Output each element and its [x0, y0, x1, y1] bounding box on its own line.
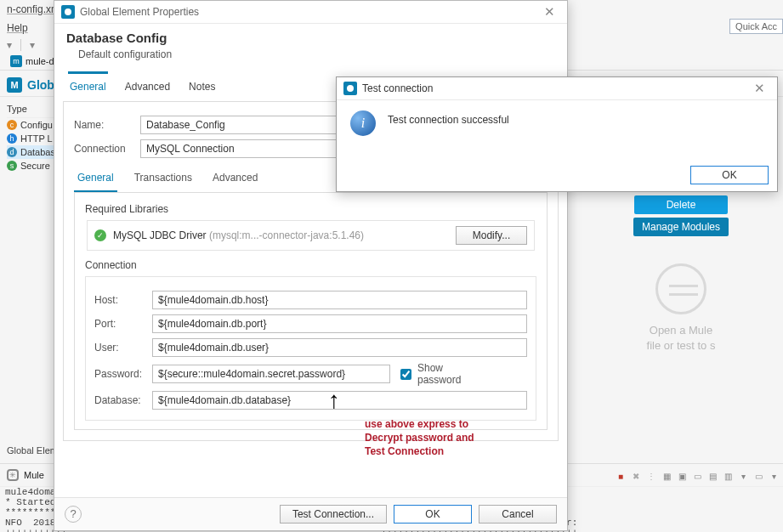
mule-flow-icon: ✳ [7, 469, 19, 481]
port-input[interactable] [152, 314, 527, 333]
lib-name: MySQL JDBC Driver [113, 229, 207, 241]
config-subtitle: Default configuration [78, 48, 555, 60]
svg-point-3 [347, 85, 354, 92]
help-icon[interactable]: ? [65, 506, 82, 523]
annotation-arrow: ↑ [328, 387, 340, 414]
database-label: Database: [94, 394, 152, 406]
manage-modules-button[interactable]: Manage Modules [633, 218, 729, 236]
host-input[interactable] [152, 291, 527, 309]
close-icon[interactable]: ✕ [749, 81, 770, 96]
required-libs-title: Required Libraries [85, 203, 536, 215]
port-label: Port: [94, 318, 152, 330]
info-icon: i [350, 110, 376, 136]
placeholder-icon [655, 263, 706, 314]
console-icon[interactable]: ▣ [676, 471, 688, 483]
mule-icon: M [7, 77, 22, 93]
connection-group-title: Connection [85, 259, 536, 271]
http-icon: h [7, 133, 17, 144]
console-icon[interactable]: ▭ [691, 471, 703, 483]
lib-detail: (mysql:m...-connector-java:5.1.46) [209, 229, 364, 241]
svg-point-2 [65, 8, 71, 15]
delete-button[interactable]: Delete [634, 195, 728, 214]
app-icon [61, 5, 75, 19]
library-row: ✓ MySQL JDBC Driver (mysql:m...-connecto… [87, 220, 535, 251]
mule-icon: m [10, 55, 22, 67]
menu-help[interactable]: Help [7, 22, 28, 34]
test-ok-button[interactable]: OK [690, 166, 769, 184]
console-icon[interactable]: ▥ [722, 471, 734, 483]
test-connection-dialog: Test connection ✕ i Test connection succ… [336, 76, 778, 192]
quick-access-box[interactable]: Quick Acc [729, 19, 783, 34]
test-connection-button[interactable]: Test Connection... [280, 505, 387, 524]
stop-icon[interactable]: ■ [615, 471, 627, 483]
hint-text: Open a Mule file or test to s [579, 323, 783, 354]
tab-general[interactable]: General [68, 71, 108, 101]
console-icon[interactable]: ▤ [706, 471, 718, 483]
config-title: Database Config [66, 31, 555, 45]
host-label: Host: [94, 294, 152, 306]
app-icon [343, 82, 357, 95]
toolbar-icon[interactable]: ▾ [30, 39, 35, 51]
cancel-button[interactable]: Cancel [479, 505, 557, 524]
check-icon: ✓ [94, 229, 106, 241]
tab-notes[interactable]: Notes [187, 74, 217, 101]
db-icon: d [7, 147, 17, 157]
toolbar-icon[interactable]: ▾ [7, 39, 12, 51]
dialog-title: Global Element Properties [80, 6, 539, 18]
console-icon[interactable]: ▦ [661, 471, 672, 483]
name-label: Name: [74, 119, 140, 131]
subtab-advanced[interactable]: Advanced [209, 165, 261, 192]
subtab-general[interactable]: General [74, 165, 117, 192]
close-icon[interactable]: ✕ [539, 4, 560, 20]
ok-button[interactable]: OK [394, 505, 472, 524]
password-label: Password: [94, 368, 152, 380]
user-input[interactable] [152, 338, 527, 357]
config-icon: c [7, 120, 17, 130]
password-input[interactable] [152, 365, 390, 383]
console-icon[interactable]: ▭ [752, 471, 764, 483]
annotation-text: use above express to Decrypt password an… [365, 417, 474, 459]
connection-label: Connection [74, 143, 140, 155]
modify-button[interactable]: Modify... [456, 226, 527, 245]
toggle-icon[interactable]: ⋮ [645, 471, 657, 483]
clear-icon[interactable]: ✖ [630, 471, 642, 483]
test-message: Test connection successful [388, 114, 509, 126]
tab-advanced[interactable]: Advanced [123, 74, 172, 101]
console-icon[interactable]: ▾ [737, 471, 749, 483]
status-text: Mule [24, 470, 44, 480]
test-dialog-title: Test connection [362, 82, 749, 94]
subtab-transactions[interactable]: Transactions [131, 165, 196, 192]
show-password-checkbox[interactable]: Show password [397, 362, 455, 386]
secure-icon: s [7, 161, 17, 171]
file-tab-label: n-config.xm [7, 3, 60, 15]
console-icon[interactable]: ▾ [768, 471, 780, 483]
user-label: User: [94, 342, 152, 354]
